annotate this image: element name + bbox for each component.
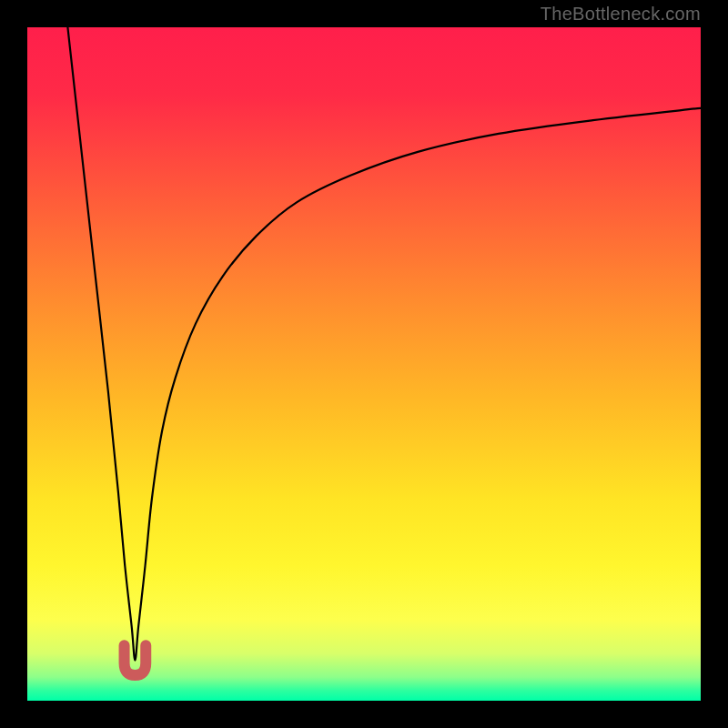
chart-frame: TheBottleneck.com bbox=[0, 0, 728, 728]
plot-area bbox=[27, 27, 701, 701]
curve-layer bbox=[27, 27, 701, 701]
bottleneck-curve bbox=[67, 27, 701, 661]
watermark-text: TheBottleneck.com bbox=[541, 4, 701, 25]
